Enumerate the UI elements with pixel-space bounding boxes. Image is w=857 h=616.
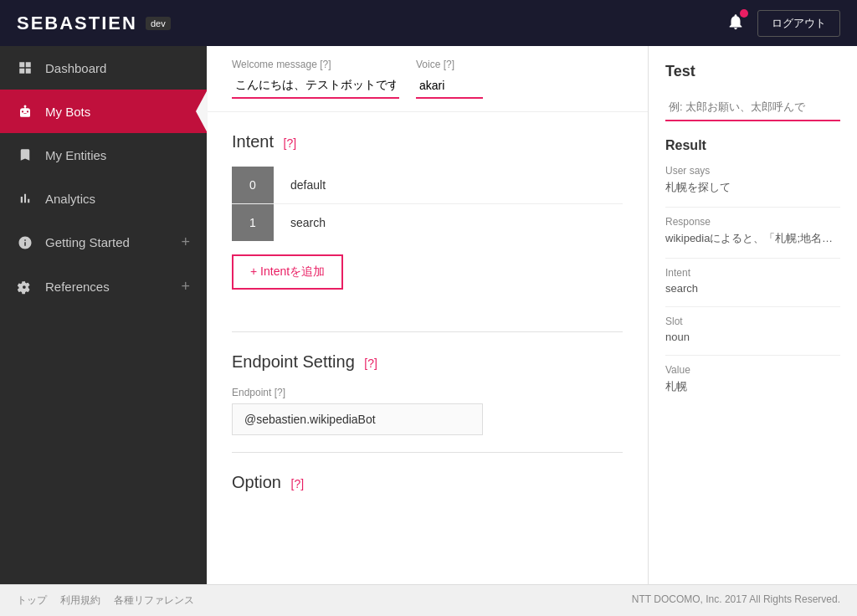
value-label: Value xyxy=(665,364,840,376)
endpoint-title-text: Endpoint Setting xyxy=(232,352,355,371)
bot-icon xyxy=(17,103,33,120)
sidebar-item-getting-started[interactable]: Getting Started + xyxy=(0,220,207,264)
divider-2 xyxy=(232,452,623,453)
intent-result-label: Intent xyxy=(665,267,840,279)
intent-row-1: 1 search xyxy=(232,204,623,241)
sidebar-item-my-entities[interactable]: My Entities xyxy=(0,133,207,177)
logout-button[interactable]: ログアウト xyxy=(757,10,840,37)
welcome-bar: Welcome message [?] Voice [?] xyxy=(207,46,648,112)
logo-badge: dev xyxy=(146,17,171,30)
response-value: wikipediaによると、「札幌;地名・行政 xyxy=(665,231,840,246)
slot-value: noun xyxy=(665,331,840,343)
user-says-label: User says xyxy=(665,165,840,177)
grid-icon xyxy=(17,59,33,76)
result-divider-1 xyxy=(665,207,840,208)
intent-row-0: 0 default xyxy=(232,167,623,204)
settings-icon xyxy=(17,279,33,295)
footer-links: トップ 利用規約 各種リファレンス xyxy=(17,593,194,608)
notification-badge xyxy=(740,9,748,18)
result-divider-3 xyxy=(665,306,840,307)
getting-started-plus-icon: + xyxy=(181,234,190,251)
footer-copyright: NTT DOCOMO, Inc. 2017 All Rights Reserve… xyxy=(632,593,840,608)
intent-result-value: search xyxy=(665,282,840,295)
intent-field: Intent search xyxy=(665,267,840,295)
sidebar-item-label-references: References xyxy=(45,280,169,294)
user-says-field: User says 札幌を探して xyxy=(665,165,840,195)
option-section-title: Option [?] xyxy=(232,473,623,492)
intent-name-1[interactable]: search xyxy=(274,206,342,239)
content-inner: Intent [?] 0 default 1 search + Intentを追… xyxy=(207,132,648,532)
info-icon xyxy=(17,234,33,251)
endpoint-section-title: Endpoint Setting [?] xyxy=(232,352,623,372)
footer-link-references[interactable]: 各種リファレンス xyxy=(114,593,194,608)
intent-list: 0 default 1 search xyxy=(232,167,623,241)
endpoint-input[interactable] xyxy=(232,403,483,435)
sidebar-item-label-my-bots: My Bots xyxy=(45,105,190,119)
voice-field: Voice [?] xyxy=(416,59,483,99)
references-plus-icon: + xyxy=(181,278,190,295)
endpoint-label: Endpoint [?] xyxy=(232,387,623,398)
logo: SEBASTIEN dev xyxy=(17,13,171,34)
value-value: 札幌 xyxy=(665,379,840,394)
header: SEBASTIEN dev ログアウト xyxy=(0,0,857,46)
intent-name-0[interactable]: default xyxy=(274,168,342,202)
voice-input[interactable] xyxy=(416,74,483,99)
footer: トップ 利用規約 各種リファレンス NTT DOCOMO, Inc. 2017 … xyxy=(0,584,857,616)
sidebar-item-label-analytics: Analytics xyxy=(45,192,190,206)
bookmark-icon xyxy=(17,146,33,163)
sidebar: Dashboard My Bots My Entities Analytics xyxy=(0,46,207,584)
right-panel: Test Result User says 札幌を探して Response wi… xyxy=(648,46,857,584)
result-divider-2 xyxy=(665,258,840,259)
result-divider-4 xyxy=(665,355,840,356)
sidebar-item-analytics[interactable]: Analytics xyxy=(0,177,207,220)
response-field: Response wikipediaによると、「札幌;地名・行政 xyxy=(665,216,840,246)
response-label: Response xyxy=(665,216,840,228)
intent-title-text: Intent xyxy=(232,132,274,151)
sidebar-item-label-getting-started: Getting Started xyxy=(45,235,169,249)
intent-help-link[interactable]: [?] xyxy=(284,136,297,150)
footer-link-top[interactable]: トップ xyxy=(17,593,47,608)
divider-1 xyxy=(232,331,623,332)
option-help-link[interactable]: [?] xyxy=(291,477,305,490)
main-layout: Dashboard My Bots My Entities Analytics xyxy=(0,46,857,584)
logo-text: SEBASTIEN xyxy=(17,13,137,34)
notification-bell-button[interactable] xyxy=(726,13,745,33)
sidebar-item-dashboard[interactable]: Dashboard xyxy=(0,46,207,90)
value-field: Value 札幌 xyxy=(665,364,840,394)
add-intent-button[interactable]: + Intentを追加 xyxy=(232,254,343,290)
user-says-value: 札幌を探して xyxy=(665,180,840,195)
sidebar-item-label-my-entities: My Entities xyxy=(45,148,190,162)
header-right: ログアウト xyxy=(726,10,840,37)
slot-label: Slot xyxy=(665,316,840,327)
intent-section-title: Intent [?] xyxy=(232,132,623,151)
welcome-message-input[interactable] xyxy=(232,74,399,99)
slot-field: Slot noun xyxy=(665,316,840,343)
sidebar-item-my-bots[interactable]: My Bots xyxy=(0,90,207,133)
welcome-message-field: Welcome message [?] xyxy=(232,59,399,99)
voice-label: Voice [?] xyxy=(416,59,483,70)
sidebar-item-label-dashboard: Dashboard xyxy=(45,61,190,75)
welcome-message-label: Welcome message [?] xyxy=(232,59,399,70)
intent-num-0: 0 xyxy=(232,167,274,203)
chart-icon xyxy=(17,190,33,207)
option-title-text: Option xyxy=(232,473,281,491)
test-title: Test xyxy=(665,63,840,80)
endpoint-help-link[interactable]: [?] xyxy=(364,357,377,370)
footer-link-terms[interactable]: 利用規約 xyxy=(60,593,100,608)
intent-num-1: 1 xyxy=(232,204,274,241)
test-input[interactable] xyxy=(665,94,840,121)
content-area: Welcome message [?] Voice [?] Intent [?]… xyxy=(207,46,648,584)
result-title: Result xyxy=(665,138,840,153)
sidebar-item-references[interactable]: References + xyxy=(0,264,207,309)
